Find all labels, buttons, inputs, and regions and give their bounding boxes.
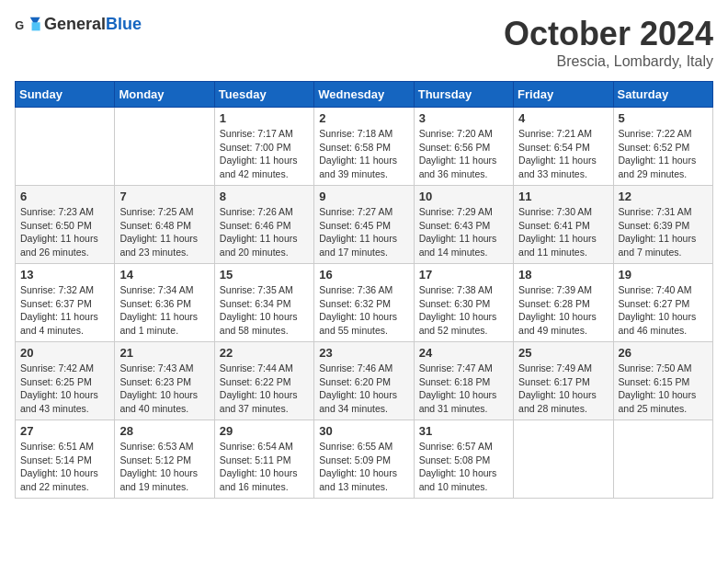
location-title: Brescia, Lombardy, Italy (504, 53, 713, 70)
calendar-cell: 21Sunrise: 7:43 AM Sunset: 6:23 PM Dayli… (115, 342, 214, 420)
logo-blue: Blue (106, 15, 142, 33)
calendar-cell: 18Sunrise: 7:39 AM Sunset: 6:28 PM Dayli… (514, 264, 613, 342)
day-info: Sunrise: 6:57 AM Sunset: 5:08 PM Dayligh… (419, 440, 508, 494)
day-number: 19 (619, 268, 708, 282)
calendar-cell: 9Sunrise: 7:27 AM Sunset: 6:45 PM Daylig… (314, 186, 414, 264)
month-title: October 2024 (504, 15, 713, 53)
calendar-cell (514, 420, 613, 499)
day-info: Sunrise: 7:25 AM Sunset: 6:48 PM Dayligh… (119, 205, 209, 259)
day-number: 15 (220, 268, 309, 282)
day-number: 20 (20, 346, 109, 360)
day-info: Sunrise: 7:39 AM Sunset: 6:28 PM Dayligh… (518, 283, 608, 338)
day-of-week-header: Monday (115, 82, 214, 108)
day-number: 17 (419, 268, 508, 282)
title-area: October 2024 Brescia, Lombardy, Italy (504, 15, 713, 70)
calendar-week-row: 1Sunrise: 7:17 AM Sunset: 7:00 PM Daylig… (16, 108, 713, 186)
calendar-cell: 17Sunrise: 7:38 AM Sunset: 6:30 PM Dayli… (414, 264, 513, 342)
day-number: 1 (220, 111, 309, 125)
logo-general: General (44, 15, 106, 33)
calendar-cell: 26Sunrise: 7:50 AM Sunset: 6:15 PM Dayli… (613, 342, 712, 420)
calendar-cell: 28Sunrise: 6:53 AM Sunset: 5:12 PM Dayli… (115, 420, 214, 499)
day-info: Sunrise: 6:55 AM Sunset: 5:09 PM Dayligh… (319, 440, 408, 494)
day-number: 11 (518, 190, 608, 203)
day-of-week-header: Tuesday (214, 82, 313, 108)
calendar-cell: 4Sunrise: 7:21 AM Sunset: 6:54 PM Daylig… (514, 108, 613, 186)
calendar-week-row: 20Sunrise: 7:42 AM Sunset: 6:25 PM Dayli… (16, 342, 713, 420)
calendar-cell: 12Sunrise: 7:31 AM Sunset: 6:39 PM Dayli… (613, 186, 712, 264)
day-number: 29 (220, 424, 309, 438)
logo: G GeneralBlue (15, 15, 142, 34)
calendar-week-row: 13Sunrise: 7:32 AM Sunset: 6:37 PM Dayli… (16, 264, 713, 342)
calendar-cell: 2Sunrise: 7:18 AM Sunset: 6:58 PM Daylig… (314, 108, 414, 186)
day-number: 30 (319, 424, 408, 438)
calendar-week-row: 6Sunrise: 7:23 AM Sunset: 6:50 PM Daylig… (16, 186, 713, 264)
day-number: 14 (119, 268, 209, 282)
svg-text:G: G (15, 17, 24, 31)
calendar-cell: 7Sunrise: 7:25 AM Sunset: 6:48 PM Daylig… (115, 186, 214, 264)
calendar-table: SundayMondayTuesdayWednesdayThursdayFrid… (15, 81, 713, 499)
day-of-week-header: Thursday (414, 82, 513, 108)
calendar-cell: 29Sunrise: 6:54 AM Sunset: 5:11 PM Dayli… (214, 420, 313, 499)
day-number: 10 (419, 190, 508, 203)
day-number: 7 (119, 190, 209, 203)
day-info: Sunrise: 7:38 AM Sunset: 6:30 PM Dayligh… (419, 283, 508, 338)
day-info: Sunrise: 6:51 AM Sunset: 5:14 PM Dayligh… (20, 440, 109, 494)
calendar-cell: 25Sunrise: 7:49 AM Sunset: 6:17 PM Dayli… (514, 342, 613, 420)
day-info: Sunrise: 7:50 AM Sunset: 6:15 PM Dayligh… (619, 362, 708, 416)
day-number: 13 (20, 268, 109, 282)
day-number: 31 (419, 424, 508, 438)
day-info: Sunrise: 7:49 AM Sunset: 6:17 PM Dayligh… (518, 362, 608, 416)
calendar-cell: 30Sunrise: 6:55 AM Sunset: 5:09 PM Dayli… (314, 420, 414, 499)
day-info: Sunrise: 7:43 AM Sunset: 6:23 PM Dayligh… (119, 362, 209, 416)
day-info: Sunrise: 7:27 AM Sunset: 6:45 PM Dayligh… (319, 205, 408, 259)
day-info: Sunrise: 7:47 AM Sunset: 6:18 PM Dayligh… (419, 362, 508, 416)
calendar-cell: 16Sunrise: 7:36 AM Sunset: 6:32 PM Dayli… (314, 264, 414, 342)
day-info: Sunrise: 7:46 AM Sunset: 6:20 PM Dayligh… (319, 362, 408, 416)
day-number: 16 (319, 268, 408, 282)
day-info: Sunrise: 7:32 AM Sunset: 6:37 PM Dayligh… (20, 283, 109, 338)
day-number: 25 (518, 346, 608, 360)
day-number: 4 (518, 111, 608, 125)
day-of-week-header: Sunday (16, 82, 115, 108)
day-info: Sunrise: 7:42 AM Sunset: 6:25 PM Dayligh… (20, 362, 109, 416)
day-info: Sunrise: 7:35 AM Sunset: 6:34 PM Dayligh… (220, 283, 309, 338)
day-of-week-header: Saturday (613, 82, 712, 108)
day-number: 2 (319, 111, 408, 125)
calendar-cell: 5Sunrise: 7:22 AM Sunset: 6:52 PM Daylig… (613, 108, 712, 186)
day-number: 28 (119, 424, 209, 438)
day-number: 23 (319, 346, 408, 360)
day-of-week-header: Wednesday (314, 82, 414, 108)
logo-icon: G (15, 16, 40, 34)
calendar-cell: 3Sunrise: 7:20 AM Sunset: 6:56 PM Daylig… (414, 108, 513, 186)
svg-marker-2 (32, 22, 40, 30)
page-header: G GeneralBlue October 2024 Brescia, Lomb… (15, 15, 713, 70)
calendar-cell: 24Sunrise: 7:47 AM Sunset: 6:18 PM Dayli… (414, 342, 513, 420)
day-number: 18 (518, 268, 608, 282)
day-info: Sunrise: 7:34 AM Sunset: 6:36 PM Dayligh… (119, 283, 209, 338)
calendar-cell: 15Sunrise: 7:35 AM Sunset: 6:34 PM Dayli… (214, 264, 313, 342)
day-info: Sunrise: 7:20 AM Sunset: 6:56 PM Dayligh… (419, 127, 508, 181)
calendar-cell: 6Sunrise: 7:23 AM Sunset: 6:50 PM Daylig… (16, 186, 115, 264)
calendar-cell (16, 108, 115, 186)
day-info: Sunrise: 7:36 AM Sunset: 6:32 PM Dayligh… (319, 283, 408, 338)
day-number: 9 (319, 190, 408, 203)
day-number: 21 (119, 346, 209, 360)
day-info: Sunrise: 7:29 AM Sunset: 6:43 PM Dayligh… (419, 205, 508, 259)
calendar-cell: 1Sunrise: 7:17 AM Sunset: 7:00 PM Daylig… (214, 108, 313, 186)
day-number: 22 (220, 346, 309, 360)
calendar-cell (613, 420, 712, 499)
day-number: 8 (220, 190, 309, 203)
calendar-cell: 20Sunrise: 7:42 AM Sunset: 6:25 PM Dayli… (16, 342, 115, 420)
calendar-cell: 13Sunrise: 7:32 AM Sunset: 6:37 PM Dayli… (16, 264, 115, 342)
calendar-cell: 31Sunrise: 6:57 AM Sunset: 5:08 PM Dayli… (414, 420, 513, 499)
calendar-cell: 10Sunrise: 7:29 AM Sunset: 6:43 PM Dayli… (414, 186, 513, 264)
day-number: 3 (419, 111, 508, 125)
calendar-cell (115, 108, 214, 186)
day-info: Sunrise: 6:53 AM Sunset: 5:12 PM Dayligh… (119, 440, 209, 494)
calendar-cell: 11Sunrise: 7:30 AM Sunset: 6:41 PM Dayli… (514, 186, 613, 264)
calendar-header-row: SundayMondayTuesdayWednesdayThursdayFrid… (16, 82, 713, 108)
calendar-cell: 23Sunrise: 7:46 AM Sunset: 6:20 PM Dayli… (314, 342, 414, 420)
day-info: Sunrise: 7:22 AM Sunset: 6:52 PM Dayligh… (619, 127, 708, 181)
day-info: Sunrise: 7:30 AM Sunset: 6:41 PM Dayligh… (518, 205, 608, 259)
calendar-cell: 27Sunrise: 6:51 AM Sunset: 5:14 PM Dayli… (16, 420, 115, 499)
